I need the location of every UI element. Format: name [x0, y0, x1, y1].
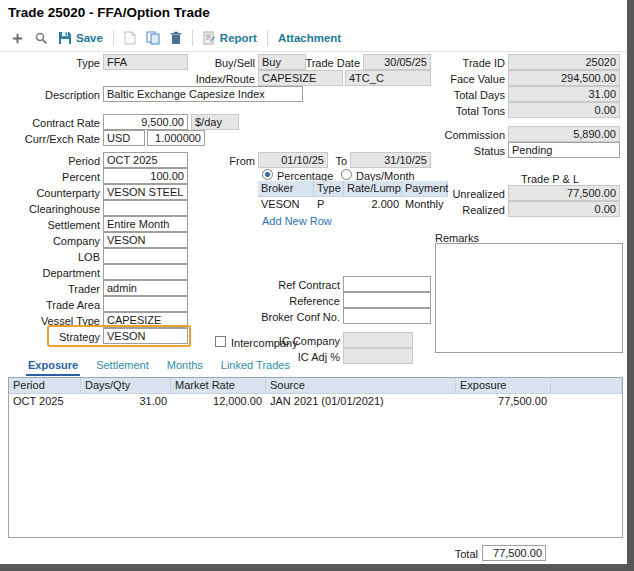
save-button[interactable]: Save	[53, 28, 108, 48]
exposure-cell-period: OCT 2025	[9, 394, 81, 409]
face-value-label: Face Value	[405, 72, 505, 86]
clearinghouse-label: Clearinghouse	[2, 202, 100, 216]
broker-conf-no-label: Broker Conf No.	[250, 310, 340, 324]
search-button[interactable]	[29, 28, 53, 48]
exposure-header-period: Period	[9, 378, 81, 393]
buy-sell-field: Buy	[258, 54, 306, 70]
percentage-radio[interactable]	[262, 169, 273, 180]
toolbar-separator	[192, 30, 193, 46]
exchange-rate-field[interactable]	[147, 130, 205, 146]
counterparty-field[interactable]	[103, 184, 188, 200]
company-field[interactable]	[103, 232, 188, 248]
exposure-table-header: Period Days/Qty Market Rate Source Expos…	[9, 378, 622, 394]
trade-pnl-title: Trade P & L	[480, 172, 620, 186]
ref-contract-field[interactable]	[343, 276, 431, 292]
total-label: Total	[398, 547, 478, 561]
trash-icon	[170, 31, 182, 45]
remarks-field[interactable]	[435, 243, 623, 353]
copy-button[interactable]	[141, 28, 165, 48]
curr-exch-rate-label: Curr/Exch Rate	[2, 132, 100, 146]
exposure-row[interactable]: OCT 2025 31.00 12,000.00 JAN 2021 (01/01…	[9, 394, 622, 409]
to-label: To	[331, 154, 347, 168]
description-field[interactable]	[103, 86, 303, 102]
intercompany-checkbox[interactable]	[215, 336, 226, 347]
total-days-label: Total Days	[405, 88, 505, 102]
strategy-label: Strategy	[2, 330, 100, 344]
status-field[interactable]	[508, 142, 620, 158]
trade-date-label: Trade Date	[300, 56, 360, 70]
total-tons-label: Total Tons	[405, 104, 505, 118]
period-label: Period	[2, 154, 100, 168]
period-field[interactable]	[103, 152, 188, 168]
department-label: Department	[2, 266, 100, 280]
realized-label: Realized	[405, 203, 505, 217]
report-label: Report	[220, 32, 257, 44]
trade-id-label: Trade ID	[405, 56, 505, 70]
counterparty-label: Counterparty	[2, 186, 100, 200]
trade-area-field[interactable]	[103, 296, 188, 312]
clearinghouse-field[interactable]	[103, 200, 188, 216]
new-doc-icon	[124, 31, 136, 45]
save-icon	[58, 31, 72, 45]
settlement-field[interactable]	[103, 216, 188, 232]
ref-contract-label: Ref Contract	[250, 278, 340, 292]
tab-linked-trades[interactable]: Linked Trades	[219, 357, 292, 376]
broker-cell-type: P	[314, 197, 344, 212]
attachment-label: Attachment	[278, 32, 341, 44]
new-button[interactable]	[6, 29, 29, 48]
total-tons-field: 0.00	[508, 102, 620, 118]
trader-field[interactable]	[103, 280, 188, 296]
days-month-radio[interactable]	[341, 169, 352, 180]
from-field: 01/10/25	[258, 152, 328, 168]
exposure-cell-source: JAN 2021 (01/01/2021)	[266, 394, 456, 409]
exposure-header-exposure: Exposure	[456, 378, 551, 393]
buy-sell-label: Buy/Sell	[195, 56, 255, 70]
percent-label: Percent	[2, 170, 100, 184]
unrealized-label: Unrealized	[405, 187, 505, 201]
app-frame: Trade 25020 - FFA/Option Trade Save Repo…	[0, 0, 634, 571]
delete-button[interactable]	[165, 28, 187, 48]
broker-header-type: Type	[314, 181, 344, 196]
vessel-type-field[interactable]	[103, 312, 188, 328]
reference-field[interactable]	[343, 292, 431, 308]
toolbar-divider	[0, 51, 627, 52]
status-label: Status	[405, 144, 505, 158]
add-new-row-link[interactable]: Add New Row	[262, 215, 332, 227]
strategy-field[interactable]	[103, 328, 188, 344]
exposure-table: Period Days/Qty Market Rate Source Expos…	[8, 377, 623, 538]
commission-field: 5,890.00	[508, 126, 620, 142]
broker-cell-broker: VESON	[258, 197, 314, 212]
index-route-label: Index/Route	[190, 72, 255, 86]
from-label: From	[213, 154, 255, 168]
plus-icon	[11, 32, 24, 45]
ic-adj-field	[343, 348, 413, 364]
tab-months[interactable]: Months	[165, 357, 205, 376]
broker-cell-rate: 2.000	[344, 197, 402, 212]
bottom-tabs: Exposure Settlement Months Linked Trades	[26, 357, 292, 376]
save-label: Save	[76, 32, 103, 44]
face-value-field: 294,500.00	[508, 70, 620, 86]
exposure-cell-filler	[551, 394, 622, 409]
ic-company-field	[343, 332, 413, 348]
tab-exposure[interactable]: Exposure	[26, 357, 80, 376]
percent-field[interactable]	[103, 168, 188, 184]
broker-header-broker: Broker	[258, 181, 314, 196]
tab-settlement[interactable]: Settlement	[94, 357, 151, 376]
type-label: Type	[2, 56, 100, 70]
attachment-button[interactable]: Attachment	[273, 29, 346, 47]
department-field[interactable]	[103, 264, 188, 280]
currency-field[interactable]	[103, 130, 145, 146]
toolbar-separator	[113, 30, 114, 46]
lob-field[interactable]	[103, 248, 188, 264]
broker-conf-no-field[interactable]	[343, 308, 431, 324]
contract-rate-field[interactable]	[103, 114, 188, 130]
report-button[interactable]: Report	[198, 28, 262, 48]
exposure-header-market-rate: Market Rate	[171, 378, 266, 393]
settlement-label: Settlement	[2, 218, 100, 232]
trade-window: Trade 25020 - FFA/Option Trade Save Repo…	[0, 0, 627, 564]
contract-rate-unit-field: $/day	[191, 114, 239, 130]
search-icon	[34, 31, 48, 45]
new-doc-button[interactable]	[119, 28, 141, 48]
trade-id-field: 25020	[508, 54, 620, 70]
trader-label: Trader	[2, 282, 100, 296]
